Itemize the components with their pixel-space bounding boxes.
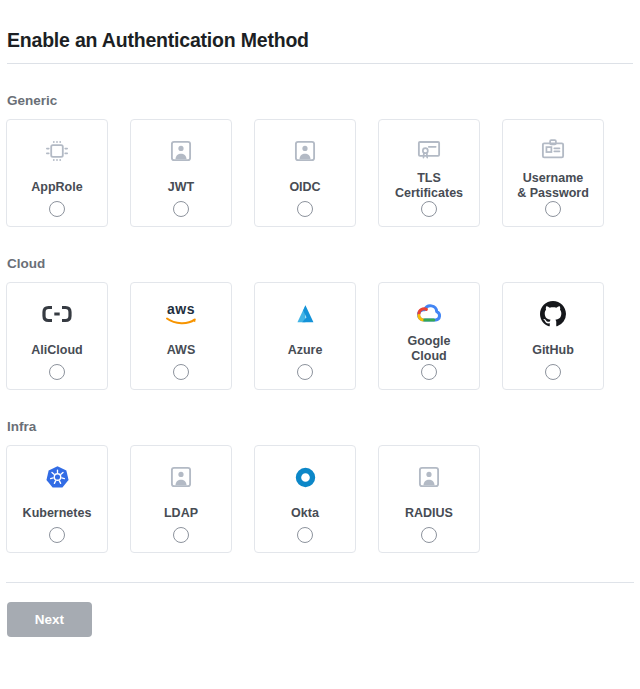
method-card-azure[interactable]: Azure [254, 282, 356, 390]
method-label: Azure [286, 337, 325, 364]
method-label: Okta [289, 500, 321, 527]
next-button[interactable]: Next [7, 602, 92, 637]
method-radio[interactable] [297, 364, 313, 380]
method-radio[interactable] [173, 527, 189, 543]
aws-icon: aws [164, 291, 198, 337]
method-radio[interactable] [173, 364, 189, 380]
method-radio[interactable] [49, 201, 65, 217]
method-label: AWS [165, 337, 197, 364]
method-card-github[interactable]: GitHub [502, 282, 604, 390]
method-card-google-cloud[interactable]: Google Cloud [378, 282, 480, 390]
user-card-icon [168, 454, 194, 500]
method-radio[interactable] [49, 364, 65, 380]
method-radio[interactable] [545, 201, 561, 217]
method-radio[interactable] [297, 527, 313, 543]
chip-icon [42, 128, 72, 174]
infra-method-grid: Kubernetes LDAP Okta [6, 445, 634, 553]
method-radio[interactable] [545, 364, 561, 380]
google-cloud-icon [414, 291, 444, 334]
method-radio[interactable] [173, 201, 189, 217]
method-label: AliCloud [29, 337, 84, 364]
method-card-username-password[interactable]: Username & Password [502, 119, 604, 227]
kubernetes-icon [45, 454, 70, 500]
page-title: Enable an Authentication Method [7, 29, 633, 64]
section-title-infra: Infra [7, 419, 633, 434]
method-card-alicloud[interactable]: AliCloud [6, 282, 108, 390]
method-label: Username & Password [515, 171, 591, 201]
section-title-cloud: Cloud [7, 256, 633, 271]
method-label: TLS Certificates [393, 171, 465, 201]
method-card-okta[interactable]: Okta [254, 445, 356, 553]
method-label: Google Cloud [405, 334, 452, 364]
method-label: GitHub [530, 337, 576, 364]
method-label: Kubernetes [21, 500, 94, 527]
user-card-icon [292, 128, 318, 174]
method-label: OIDC [287, 174, 322, 201]
enable-auth-method-page: Enable an Authentication Method Generic [0, 0, 640, 637]
method-card-kubernetes[interactable]: Kubernetes [6, 445, 108, 553]
method-card-oidc[interactable]: OIDC [254, 119, 356, 227]
cloud-method-grid: AliCloud aws AWS [6, 282, 634, 390]
azure-icon [292, 291, 318, 337]
generic-method-grid: AppRole JWT OIDC [6, 119, 634, 227]
footer-divider [6, 582, 634, 583]
method-radio[interactable] [297, 201, 313, 217]
method-card-tls-certificates[interactable]: TLS Certificates [378, 119, 480, 227]
method-radio[interactable] [49, 527, 65, 543]
method-radio[interactable] [421, 364, 437, 380]
user-card-icon [168, 128, 194, 174]
method-radio[interactable] [421, 527, 437, 543]
okta-icon [293, 454, 318, 500]
method-label: LDAP [162, 500, 200, 527]
alicloud-icon [40, 291, 74, 337]
section-title-generic: Generic [7, 93, 633, 108]
method-label: AppRole [29, 174, 84, 201]
aws-wordmark: aws [167, 302, 195, 316]
method-card-ldap[interactable]: LDAP [130, 445, 232, 553]
method-radio[interactable] [421, 201, 437, 217]
user-card-icon [416, 454, 442, 500]
method-label: RADIUS [403, 500, 455, 527]
method-card-aws[interactable]: aws AWS [130, 282, 232, 390]
id-badge-icon [539, 128, 567, 171]
method-label: JWT [166, 174, 196, 201]
method-card-approle[interactable]: AppRole [6, 119, 108, 227]
certificate-icon [415, 128, 443, 171]
method-card-jwt[interactable]: JWT [130, 119, 232, 227]
method-card-radius[interactable]: RADIUS [378, 445, 480, 553]
github-icon [540, 291, 566, 337]
